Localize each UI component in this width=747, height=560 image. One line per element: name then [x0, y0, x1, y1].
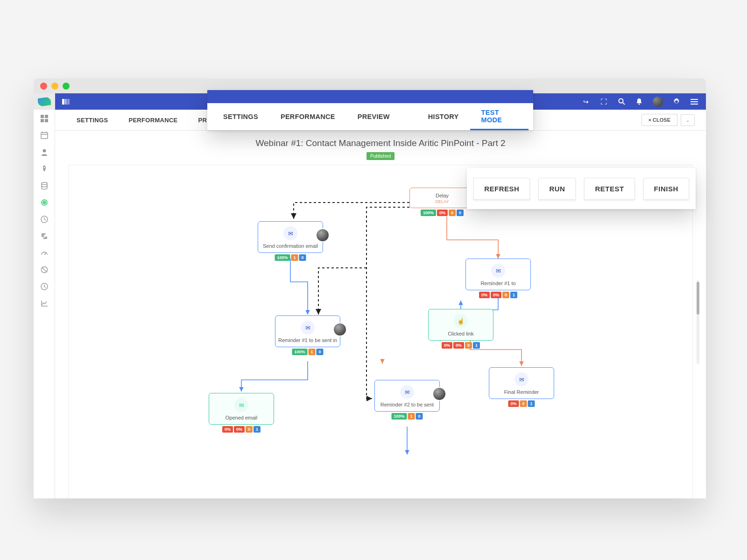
node-badges: 100% 1 0 [275, 254, 306, 261]
node-badges: 0% 0% 0 1 [442, 342, 480, 349]
run-button[interactable]: RUN [538, 178, 576, 200]
share-icon[interactable]: ↪ [582, 98, 590, 106]
svg-line-24 [44, 253, 46, 255]
close-dropdown[interactable]: ⌄ [681, 114, 695, 126]
mail-icon: ✉ [491, 264, 505, 278]
sidebar-clock-icon[interactable] [40, 215, 49, 224]
panel-toggle-icon[interactable] [62, 98, 70, 106]
node-avatar [316, 228, 330, 242]
menu-icon[interactable] [690, 98, 698, 106]
logo[interactable] [34, 93, 55, 110]
sidebar-target-icon[interactable] [40, 198, 49, 207]
svg-rect-9 [41, 115, 44, 118]
popout-actions-panel: REFRESH RUN RETEST FINISH [467, 168, 696, 209]
node-reminder-2[interactable]: ✉ Reminder #2 to be sent 100% 1 0 [374, 380, 440, 412]
finish-button[interactable]: FINISH [643, 178, 689, 200]
sidebar-clock2-icon[interactable] [40, 282, 49, 291]
sidebar [34, 110, 55, 498]
open-mail-icon: ✉ [234, 398, 248, 412]
sidebar-database-icon[interactable] [40, 182, 49, 190]
svg-rect-2 [67, 99, 70, 105]
sidebar-gauge-icon[interactable] [40, 249, 49, 257]
settings-icon[interactable] [672, 98, 681, 106]
node-reminder-1[interactable]: ✉ Reminder #1 to 0% 0% 0 1 [465, 259, 531, 290]
logo-swoosh-icon [38, 97, 51, 107]
svg-line-26 [42, 268, 46, 272]
sidebar-grid-icon[interactable] [40, 114, 49, 123]
node-avatar [432, 387, 446, 401]
svg-line-4 [623, 103, 625, 105]
window-minimize-dot[interactable] [51, 83, 58, 90]
svg-rect-10 [45, 115, 48, 118]
node-title: Opened email [212, 415, 271, 420]
node-delay[interactable]: Delay DELAY 100% 0% 0 0 [409, 188, 475, 208]
node-title: Send confirmation email [261, 243, 320, 249]
popout-header-bar [207, 90, 533, 103]
flow-canvas[interactable]: Delay DELAY 100% 0% 0 0 ✉ Send confirmat… [68, 165, 693, 498]
window-zoom-dot[interactable] [63, 83, 70, 90]
node-send-confirmation[interactable]: ✉ Send confirmation email 100% 1 0 [258, 221, 323, 253]
flow-connectors [69, 165, 692, 498]
popout-tab-preview[interactable]: PREVIEW [346, 103, 401, 130]
svg-rect-13 [41, 133, 48, 139]
node-avatar [333, 322, 347, 336]
popout-tab-performance[interactable]: PERFORMANCE [269, 103, 346, 130]
status-badge: Published [366, 152, 395, 160]
mail-icon: ✉ [514, 372, 529, 386]
refresh-button[interactable]: REFRESH [473, 178, 530, 200]
retest-button[interactable]: RETEST [584, 178, 634, 200]
svg-point-5 [639, 104, 640, 105]
popout-tabs-panel: SETTINGS PERFORMANCE PREVIEW HISTORY TES… [207, 90, 533, 130]
sidebar-rocket-icon[interactable] [40, 165, 49, 173]
mail-icon: ✉ [400, 385, 414, 399]
node-title: Final Reminder [492, 389, 551, 395]
scrollbar-thumb[interactable] [697, 282, 699, 315]
svg-rect-1 [65, 99, 67, 105]
close-button[interactable]: × CLOSE [641, 114, 677, 126]
svg-point-17 [42, 149, 46, 153]
node-title: Reminder #2 to be sent [378, 402, 437, 407]
mail-icon: ✉ [283, 226, 297, 240]
node-opened-email[interactable]: ✉ Opened email 0% 0% 0 1 [209, 393, 274, 425]
node-badges: 0% 0% 0 1 [479, 292, 517, 298]
search-icon[interactable] [617, 98, 626, 106]
popout-tab-settings[interactable]: SETTINGS [212, 103, 269, 130]
app-window: ↪ ⛶ [34, 78, 706, 498]
node-badges: 100% 1 0 [391, 413, 423, 420]
svg-rect-12 [45, 119, 48, 122]
node-clicked-link[interactable]: ☝ Clicked link 0% 0% 0 1 [428, 309, 493, 341]
node-title: Reminder #1 to [469, 280, 528, 286]
svg-rect-0 [62, 99, 64, 105]
user-avatar[interactable] [653, 97, 663, 107]
node-final-reminder[interactable]: ✉ Final Reminder 0% 0 1 [489, 367, 554, 399]
node-title: Delay [413, 193, 472, 198]
node-badges: 0% 0% 0 1 [222, 426, 261, 433]
click-icon: ☝ [454, 314, 468, 328]
sidebar-ban-icon[interactable] [40, 266, 49, 274]
svg-point-3 [619, 99, 623, 103]
sidebar-puzzle-icon[interactable] [40, 232, 49, 240]
vertical-scrollbar[interactable] [697, 280, 699, 364]
sidebar-user-icon[interactable] [40, 148, 49, 156]
mail-icon: ✉ [301, 321, 315, 335]
node-badges: 0% 0 1 [508, 400, 535, 407]
popout-tab-test-mode[interactable]: TEST MODE [470, 103, 529, 130]
node-reminder-1b[interactable]: ✉ Reminder #1 to be sent in 100% 1 0 [275, 315, 340, 347]
svg-rect-11 [41, 119, 44, 122]
svg-point-18 [43, 167, 45, 168]
node-title: Reminder #1 to be sent in [278, 337, 337, 343]
node-subtitle: DELAY [413, 199, 472, 204]
sidebar-chart-icon[interactable] [40, 299, 49, 308]
node-badges: 100% 1 0 [292, 349, 323, 355]
page-title: Webinar #1: Contact Management Inside Ar… [55, 131, 706, 152]
window-close-dot[interactable] [40, 83, 47, 90]
node-title: Clicked link [431, 331, 490, 336]
expand-icon[interactable]: ⛶ [599, 98, 608, 106]
bell-icon[interactable] [635, 98, 643, 106]
sidebar-calendar-icon[interactable] [40, 131, 49, 140]
tab-settings[interactable]: SETTINGS [66, 110, 118, 130]
node-badges: 100% 0% 0 0 [421, 210, 464, 216]
svg-point-19 [42, 182, 47, 185]
popout-tab-history[interactable]: HISTORY [417, 103, 470, 130]
tab-performance[interactable]: PERFORMANCE [118, 110, 188, 130]
